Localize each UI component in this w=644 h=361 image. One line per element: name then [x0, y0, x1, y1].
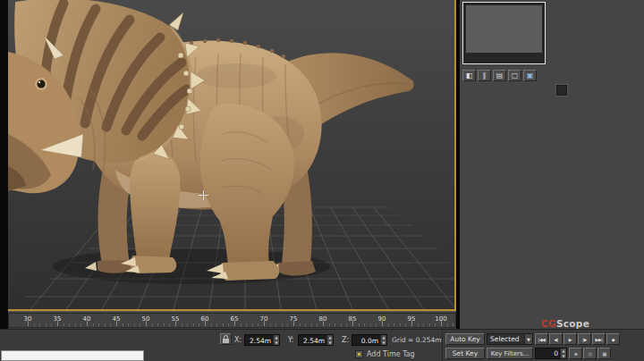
timeline-tick-label: 60: [201, 315, 209, 323]
animation-controls: Auto Key Selected ▼ |◀◀◀|▶|▶▶▶|◆ Set Key…: [442, 330, 644, 361]
preview-toolbar: ◧∥▤▢▣: [462, 70, 537, 81]
spinner-down-icon[interactable]: ▼: [381, 340, 386, 346]
clipboard-button[interactable]: ▣: [523, 70, 537, 81]
chevron-down-icon[interactable]: ▼: [524, 334, 532, 344]
status-bar: X:2.54m▲▼Y:2.54m▲▼Z:0.0m▲▼ Grid = 0.254m…: [0, 329, 644, 361]
current-frame-value: 0: [554, 349, 558, 357]
next-frame-button[interactable]: |▶: [578, 333, 591, 345]
coordinate-field-z[interactable]: 0.0m▲▼: [352, 334, 387, 346]
timeline-tick-label: 90: [378, 315, 386, 323]
grid-snap-button[interactable]: ▦: [597, 348, 611, 359]
coordinate-spinner-y[interactable]: ▲▼: [326, 335, 333, 345]
preview-thumbnail[interactable]: [466, 5, 542, 53]
timeline-tick-label: 45: [113, 315, 121, 323]
grid-size-label: Grid = 0.254m: [392, 336, 442, 344]
frame-spinner[interactable]: ▲▼: [560, 348, 566, 358]
auto-key-button[interactable]: Auto Key: [445, 333, 485, 345]
color-swatch[interactable]: [556, 85, 567, 96]
play-button[interactable]: ▶: [564, 333, 577, 345]
preview-frame: [462, 2, 546, 64]
timeline-tick-label: 65: [231, 315, 239, 323]
maxscript-mini-listener[interactable]: [1, 350, 144, 361]
coordinate-value-z: 0.0m: [361, 337, 378, 345]
spinner-down-icon[interactable]: ▼: [327, 340, 333, 346]
timeline-tick-label: 70: [260, 315, 268, 323]
selection-lock-toggle[interactable]: [220, 333, 232, 345]
timeline-tick-label: 50: [142, 315, 150, 323]
coordinate-label-y: Y:: [288, 336, 294, 344]
timeline-tick-label: 35: [54, 315, 62, 323]
timeline-tick-label: 75: [290, 315, 298, 323]
dock-left-button[interactable]: ◧: [462, 70, 476, 81]
layers-button[interactable]: ▤: [493, 70, 506, 81]
timeline-tick-label: 95: [408, 315, 416, 323]
timeline-tick-label: 30: [24, 315, 32, 323]
timeline-tick-label: 100: [435, 315, 446, 323]
timeline[interactable]: 3035404550556065707580859095100: [8, 311, 456, 329]
coordinate-value-x: 2.54m: [250, 337, 271, 345]
coordinate-spinner-x[interactable]: ▲▼: [273, 335, 279, 345]
timeline-tick-label: 55: [172, 315, 180, 323]
coordinate-spinner-z[interactable]: ▲▼: [380, 335, 386, 345]
coordinate-label-x: X:: [234, 336, 242, 344]
coordinate-label-z: Z:: [342, 336, 349, 344]
set-key-button[interactable]: Set Key: [445, 348, 485, 359]
timeline-ruler[interactable]: 3035404550556065707580859095100: [8, 313, 456, 328]
coordinate-field-x[interactable]: 2.54m▲▼: [244, 334, 280, 346]
selection-set-value: Selected: [490, 335, 520, 343]
go-to-start-button[interactable]: |◀◀: [535, 333, 548, 345]
previous-frame-button[interactable]: ◀|: [549, 333, 563, 345]
timeline-tick-label: 85: [349, 315, 357, 323]
timeline-tick-label: 80: [319, 315, 327, 323]
coordinate-value-y: 2.54m: [303, 337, 325, 345]
time-configuration-button[interactable]: ◷: [583, 348, 597, 359]
extra-controls: ⊕◷▦: [569, 348, 611, 359]
frame-button[interactable]: ▢: [508, 70, 521, 81]
add-time-tag-button[interactable]: Add Time Tag: [367, 350, 415, 358]
coordinate-field-y[interactable]: 2.54m▲▼: [298, 334, 334, 346]
position-keys-button[interactable]: ⊕: [569, 348, 582, 359]
go-to-end-button[interactable]: ▶▶|: [592, 333, 606, 345]
3d-application-window: ◧∥▤▢▣ 3035404550556065707580859095100 X:…: [0, 0, 644, 361]
lock-icon: [223, 339, 229, 343]
timeline-tick-label: 40: [83, 315, 91, 323]
transport-controls: |◀◀◀|▶|▶▶▶|◆: [535, 333, 620, 345]
viewport-canvas: [8, 0, 456, 309]
spinner-down-icon[interactable]: ▼: [274, 340, 279, 346]
pause-button[interactable]: ∥: [478, 70, 491, 81]
command-panel: ◧∥▤▢▣: [460, 0, 644, 331]
time-tag-icon: [355, 350, 363, 358]
selection-set-dropdown[interactable]: Selected ▼: [487, 333, 533, 345]
spinner-down-icon[interactable]: ▼: [561, 354, 566, 359]
key-mode-button[interactable]: ◆: [606, 333, 620, 345]
perspective-viewport[interactable]: [8, 0, 456, 311]
current-frame-field[interactable]: 0 ▲▼: [535, 348, 567, 359]
key-filters-button[interactable]: Key Filters...: [487, 348, 533, 359]
